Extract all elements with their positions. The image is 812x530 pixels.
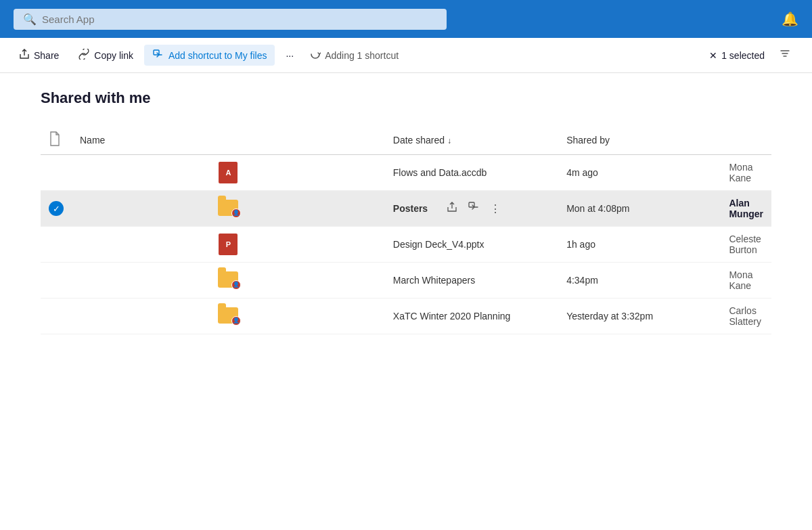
th-select — [41, 126, 72, 155]
content-area: Shared with me Name Date shared — [0, 73, 812, 351]
sort-button[interactable] — [774, 45, 796, 65]
add-shortcut-icon — [152, 49, 164, 62]
row-name-cell[interactable]: Flows and Data.accdb — [385, 155, 558, 191]
row-select[interactable] — [41, 299, 72, 334]
row-name-cell[interactable]: XaTC Winter 2020 Planning — [385, 299, 558, 334]
table-row[interactable]: 👤 XaTC Winter 2020 Planning Yesterday at… — [41, 299, 771, 334]
row-name: Flows and Data.accdb — [393, 167, 487, 178]
row-shared-by: Alan Munger — [721, 191, 771, 227]
search-input[interactable] — [42, 14, 437, 25]
table-row[interactable]: 👤 March Whitepapers 4:34pm Mona Kane — [41, 263, 771, 299]
row-name: XaTC Winter 2020 Planning — [393, 311, 511, 322]
row-shared-by: Celeste Burton — [721, 227, 771, 263]
row-more-button[interactable]: ⋮ — [489, 201, 502, 217]
row-actions: ⋮ — [445, 200, 502, 217]
add-shortcut-button[interactable]: Add shortcut to My files — [144, 45, 275, 66]
row-name-cell[interactable]: March Whitepapers — [385, 263, 558, 299]
top-bar: 🔍 🔔 — [0, 0, 812, 38]
access-icon: A — [219, 162, 238, 183]
search-container[interactable]: 🔍 — [14, 9, 447, 30]
file-table: Name Date shared ↓ Shared by A Flows and… — [41, 126, 771, 334]
share-icon — [19, 49, 30, 62]
row-select[interactable] — [41, 155, 72, 191]
share-button[interactable]: Share — [11, 45, 67, 66]
clear-selected-button[interactable]: ✕ 1 selected — [704, 47, 770, 64]
adding-status: Adding 1 shortcut — [304, 49, 404, 62]
selected-label: 1 selected — [721, 50, 765, 61]
row-name: March Whitepapers — [393, 275, 475, 286]
row-share-button[interactable] — [445, 200, 459, 217]
th-date-shared[interactable]: Date shared ↓ — [385, 126, 558, 155]
row-select[interactable] — [41, 227, 72, 263]
row-icon: 👤 — [72, 263, 385, 299]
bell-icon[interactable]: 🔔 — [782, 11, 798, 27]
row-icon: 👤 — [72, 191, 385, 227]
row-date: 4:34pm — [558, 263, 721, 299]
selected-status: ✕ 1 selected — [698, 45, 801, 65]
row-date: Mon at 4:08pm — [558, 191, 721, 227]
more-button[interactable]: ··· — [277, 46, 302, 65]
copy-link-label: Copy link — [94, 50, 133, 61]
row-icon: A — [72, 155, 385, 191]
pptx-icon: P — [219, 234, 238, 255]
row-date: Yesterday at 3:32pm — [558, 299, 721, 334]
sort-arrow-icon: ↓ — [447, 136, 451, 146]
copy-link-icon — [78, 49, 90, 62]
copy-link-button[interactable]: Copy link — [70, 45, 141, 66]
row-name: Design Deck_V4.pptx — [393, 239, 484, 250]
folder-icon: 👤 — [218, 200, 238, 216]
row-select[interactable]: ✓ — [41, 191, 72, 227]
share-label: Share — [34, 50, 59, 61]
page-title: Shared with me — [41, 89, 771, 107]
th-name: Name — [72, 126, 385, 155]
row-shared-by: Carlos Slattery — [721, 299, 771, 334]
close-icon: ✕ — [709, 50, 717, 61]
table-row[interactable]: ✓ 👤 Posters — [41, 191, 771, 227]
table-header-row: Name Date shared ↓ Shared by — [41, 126, 771, 155]
check-circle: ✓ — [49, 201, 64, 216]
row-name: Posters — [393, 203, 428, 214]
th-shared-by: Shared by — [558, 126, 721, 155]
add-shortcut-label: Add shortcut to My files — [168, 50, 267, 61]
row-name-cell[interactable]: Design Deck_V4.pptx — [385, 227, 558, 263]
row-icon: P — [72, 227, 385, 263]
row-shared-by: Mona Kane — [721, 155, 771, 191]
folder-icon: 👤 — [218, 271, 238, 288]
table-row[interactable]: P Design Deck_V4.pptx 1h ago Celeste Bur… — [41, 227, 771, 263]
row-shortcut-button[interactable] — [467, 200, 480, 217]
row-date: 1h ago — [558, 227, 721, 263]
file-generic-icon — [49, 137, 61, 148]
row-date: 4m ago — [558, 155, 721, 191]
row-icon: 👤 — [72, 299, 385, 334]
folder-icon: 👤 — [218, 307, 238, 324]
row-select[interactable] — [41, 263, 72, 299]
adding-label: Adding 1 shortcut — [325, 50, 399, 61]
search-icon: 🔍 — [23, 13, 37, 26]
row-name-cell[interactable]: Posters ⋮ — [385, 191, 558, 227]
toolbar: Share Copy link Add shortcut to My files… — [0, 38, 812, 73]
row-shared-by: Mona Kane — [721, 263, 771, 299]
more-label: ··· — [286, 50, 294, 61]
adding-icon — [310, 49, 321, 62]
table-row[interactable]: A Flows and Data.accdb 4m ago Mona Kane — [41, 155, 771, 191]
